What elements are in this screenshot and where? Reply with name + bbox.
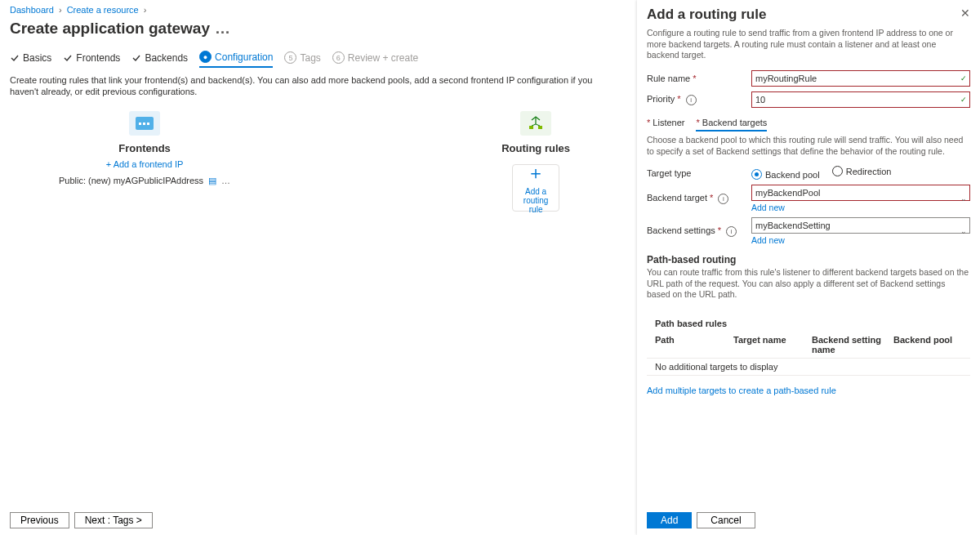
page-title: Create application gateway… [10,16,619,42]
chevron-down-icon: ⌄ [960,227,967,235]
breadcrumb: Dashboard › Create a resource › [10,5,619,16]
crumb-create-resource[interactable]: Create a resource [67,5,139,15]
col-backend-setting: Backend setting name [812,335,893,354]
backend-settings-select[interactable]: myBackendSetting [751,217,970,234]
add-routing-rule-tile[interactable]: ＋ Add a routing rule [512,164,559,212]
info-icon[interactable]: i [726,226,737,237]
col-backend-pool: Backend pool [893,335,962,354]
crumb-sep-icon: › [56,5,65,15]
panel-title: Add a routing rule [647,7,766,23]
routing-rule-panel: Add a routing rule ✕ Configure a routing… [637,0,980,535]
step-tabs: Basics Frontends Backends ● Configuratio… [10,47,619,68]
table-row-empty: No additional targets to display [647,358,970,376]
frontends-heading: Frontends [118,142,171,154]
backend-target-add-new[interactable]: Add new [751,203,970,212]
step-number-icon: 6 [332,51,345,64]
frontend-ip-value: Public: (new) myAGPublicIPAddress [59,176,203,185]
frontends-column: Frontends + Add a frontend IP Public: (n… [59,111,230,186]
crumb-sep-icon: › [141,5,149,15]
routing-rules-column: Routing rules ＋ Add a routing rule [501,111,570,212]
svg-rect-1 [139,123,141,125]
radio-backend-pool[interactable]: Backend pool [751,169,820,180]
edit-icon[interactable]: ▤ [208,176,216,186]
info-icon[interactable]: i [686,95,697,105]
tab-frontends[interactable]: Frontends [63,47,120,68]
path-routing-desc: You can route traffic from this rule's l… [647,267,970,301]
tab-listener[interactable]: * Listener [647,115,684,132]
svg-rect-3 [147,123,149,125]
config-hint: Create routing rules that link your fron… [10,68,619,111]
frontends-icon [129,111,160,136]
backend-target-label: Backend target [647,193,707,203]
col-path: Path [655,335,733,354]
add-routing-rule-label: Add a routing rule [513,187,559,214]
backend-targets-desc: Choose a backend pool to which this rout… [647,135,970,157]
add-multiple-targets-link[interactable]: Add multiple targets to create a path-ba… [647,386,970,395]
priority-input[interactable]: 10 [751,91,970,108]
info-icon[interactable]: i [718,194,728,204]
tab-configuration[interactable]: ● Configuration [199,47,273,68]
tab-basics[interactable]: Basics [10,47,51,68]
tab-review[interactable]: 6 Review + create [332,47,418,68]
tab-tags[interactable]: 5 Tags [284,47,320,68]
routing-rules-icon [520,111,551,136]
check-icon: ✓ [960,96,967,104]
rule-name-input[interactable]: myRoutingRule [751,70,970,87]
target-type-label: Target type [647,168,751,178]
row-more-icon[interactable]: … [221,176,230,185]
close-icon[interactable]: ✕ [960,7,970,20]
svg-rect-5 [538,126,542,129]
rule-name-label: Rule name [647,74,690,83]
path-rules-table: Path based rules Path Target name Backen… [647,315,970,376]
col-target-name: Target name [733,335,812,354]
active-step-icon: ● [199,51,212,63]
tab-backend-targets[interactable]: * Backend targets [696,115,767,132]
main-area: Dashboard › Create a resource › Create a… [0,0,629,535]
svg-rect-4 [529,126,533,129]
chevron-down-icon: ⌄ [960,194,967,203]
plus-icon: ＋ [527,161,545,185]
backend-target-select[interactable]: myBackendPool [751,185,970,201]
priority-label: Priority [647,94,675,104]
backend-settings-label: Backend settings [647,225,715,235]
next-button[interactable]: Next : Tags > [74,512,153,528]
crumb-dashboard[interactable]: Dashboard [10,5,54,15]
add-button[interactable]: Add [647,512,692,528]
svg-rect-2 [143,123,145,125]
radio-redirection[interactable]: Redirection [832,166,892,176]
routing-rules-heading: Routing rules [501,142,570,154]
backend-settings-add-new[interactable]: Add new [751,235,970,245]
tab-backends[interactable]: Backends [131,47,188,68]
path-rules-title: Path based rules [647,315,970,332]
step-number-icon: 5 [284,51,296,64]
panel-description: Configure a routing rule to send traffic… [647,23,970,68]
cancel-button[interactable]: Cancel [697,512,755,528]
check-icon: ✓ [960,74,967,82]
previous-button[interactable]: Previous [10,512,69,528]
add-frontend-ip-link[interactable]: + Add a frontend IP [106,159,184,169]
more-icon[interactable]: … [210,20,230,37]
path-routing-heading: Path-based routing [647,254,970,265]
